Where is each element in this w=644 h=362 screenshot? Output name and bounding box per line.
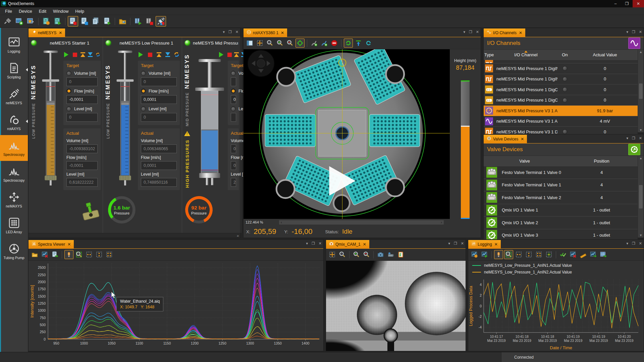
float-icon[interactable]: ❐ [312,242,315,245]
minimize-button[interactable]: – [610,0,621,7]
measure-icon[interactable] [579,250,588,259]
io-channel-row[interactable]: neMESYS Mid Pressure 1 DigIN 2 0 [484,63,638,74]
valve-table-header[interactable]: ValvePosition [484,156,638,166]
panel-close-icon[interactable]: ✕ [639,136,642,140]
tab-io-channels[interactable]: I/O Channels✕ [484,28,525,37]
export-doc-icon[interactable] [50,250,59,259]
refill-button[interactable] [173,51,180,58]
tab-nemesys[interactable]: neMESYS✕ [29,28,65,37]
valve-row[interactable]: 23 Festo Valve Terminal 1 Valve 2 4 [484,191,638,204]
target-volume-radio[interactable] [66,71,71,76]
checklist-icon[interactable] [396,250,405,259]
panel-menu-icon[interactable]: ▾ [223,30,225,34]
panel-close-icon[interactable]: ✕ [476,30,479,34]
panel-menu-icon[interactable]: ▾ [306,242,308,245]
favorites-icon[interactable] [25,16,36,26]
target-flow-input[interactable]: -0,0001 [66,95,98,104]
zoom-rect-icon[interactable] [74,250,84,259]
height-slider[interactable] [461,80,470,219]
crosshair-icon[interactable] [296,39,305,48]
zoom-original-icon[interactable]: 10 [265,39,274,48]
valve-device-button[interactable] [628,144,640,155]
move-target-icon[interactable] [255,39,264,48]
target-flow-input[interactable]: 0,0001 [231,95,236,104]
empty-button[interactable] [88,51,93,58]
float-icon[interactable]: ❐ [632,30,635,34]
zoom-h-icon[interactable] [85,250,94,259]
panel-menu-icon[interactable]: ▾ [463,30,465,34]
float-icon[interactable]: ❐ [632,242,635,245]
target-level-radio[interactable] [141,106,146,111]
io-channel-row[interactable] [484,60,638,63]
menu-help[interactable]: Help [72,8,87,14]
channel-on-radio[interactable] [562,66,567,71]
target-volume-radio[interactable] [231,71,236,76]
panel-close-icon[interactable]: ✕ [461,242,464,245]
sidebar-item-nemesys[interactable]: neMESYS [0,83,28,109]
panel-toggle-icon[interactable] [245,39,254,48]
image-folder-icon[interactable] [117,16,128,26]
menu-device[interactable]: Device [16,8,35,14]
camera-icon[interactable] [376,250,385,259]
analog-channel-button[interactable] [628,38,640,49]
export-image-icon[interactable] [589,250,598,259]
horizontal-scrollbar[interactable]: » [29,233,240,238]
start-button[interactable] [218,51,225,58]
maximize-button[interactable]: ❐ [621,0,633,7]
panel-menu-icon[interactable]: ▾ [626,136,628,140]
view-hscrollbar[interactable]: ‹› [279,220,444,225]
channel-on-radio[interactable] [562,129,567,134]
float-icon[interactable]: ❐ [228,30,232,34]
script-config-icon[interactable] [41,16,51,26]
target-flow-radio[interactable] [66,88,71,94]
io-channel-row[interactable]: 0 1 neMESYS Mid Pressure 1 DigOUT 1 0 [484,84,638,95]
start-button[interactable] [63,51,70,58]
chart-config-icon[interactable] [470,250,479,259]
menu-file[interactable]: File [2,8,15,14]
zoom-v-icon[interactable] [524,250,533,259]
tab-close-icon[interactable]: ✕ [494,242,498,247]
pointer-bulb-icon[interactable] [64,250,73,259]
sidebar-item-nemaxys[interactable]: neMAXYS [0,187,28,213]
valve-row[interactable]: Qmix I/O 1 Valve 2 1 - outlet [484,217,638,229]
pumps-stop-icon[interactable] [144,16,155,26]
close-button[interactable]: ✕ [633,0,644,7]
float-icon[interactable]: ❐ [469,30,472,34]
pumps-run-icon[interactable] [133,16,143,26]
chart-run-icon[interactable] [480,250,489,259]
target-flow-input[interactable]: 0,0001 [141,95,177,104]
zoom-out-icon[interactable] [362,250,371,259]
fill-button[interactable] [80,51,86,58]
tab-valve-devices[interactable]: Valve Devices✕ [484,135,527,143]
valve-row[interactable]: 23 Festo Valve Terminal 1 Valve 0 4 [484,166,638,179]
float-icon[interactable]: ❐ [454,242,457,245]
arm-add-gray-icon[interactable] [310,39,319,48]
io-channel-row[interactable]: neMESYS Mid Pressure V3 1 AnalogIN 1 91.… [484,106,638,116]
io-channel-row[interactable]: 0 1 neMESYS Mid Pressure 1 DigOUT 2 0 [484,95,638,106]
new-project-icon[interactable] [14,16,24,26]
tab-close-icon[interactable]: ✕ [521,137,524,141]
script-stop-icon[interactable] [68,16,78,26]
valve-row[interactable]: Qmix I/O 1 Valve 1 1 - outlet [484,204,638,217]
channel-on-radio[interactable] [562,87,567,92]
tab-spectra-viewer[interactable]: Spectra Viewer✕ [29,240,74,248]
refill-button[interactable] [95,51,101,58]
zoom-in-icon[interactable] [352,250,361,259]
panel-close-icon[interactable]: ✕ [319,242,322,245]
io-channel-row[interactable]: neMESYS Mid Pressure V3 1 AnalogIN 2 4 m… [484,116,638,127]
pump-config-icon[interactable] [156,16,166,26]
panel-menu-icon[interactable]: ▾ [626,30,628,34]
zoom-rect-icon[interactable] [504,250,513,259]
check-all-icon[interactable] [558,250,568,259]
script-run-icon[interactable] [52,16,63,26]
zoom-in-icon[interactable] [275,39,284,48]
tab-close-icon[interactable]: ✕ [281,31,284,35]
spectra-chart[interactable]: Water_Ethanol_24.aiq X: 1049.7 Y: 1648 9… [29,261,323,351]
chart-delete-icon[interactable] [40,250,49,259]
target-level-radio[interactable] [231,106,236,111]
zoom-free-icon[interactable] [105,250,114,259]
script-pause-icon[interactable] [79,16,90,26]
stop-sign-icon[interactable] [330,39,339,48]
target-volume-radio[interactable] [141,71,146,76]
target-flow-radio[interactable] [141,88,146,94]
